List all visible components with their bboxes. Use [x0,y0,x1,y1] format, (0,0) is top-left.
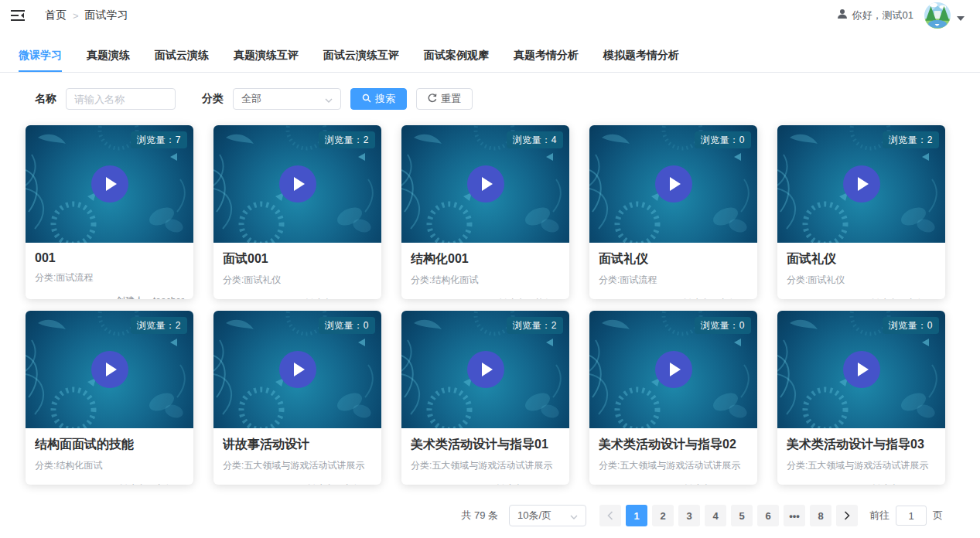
pager-page-5[interactable]: 5 [731,505,753,526]
tab-5[interactable]: 面试案例观摩 [424,42,489,72]
card-creator-name: 老师01 [155,483,184,485]
category-filter-label: 分类 [202,92,224,106]
pager-page-3[interactable]: 3 [678,505,700,526]
play-button[interactable] [467,165,504,203]
video-thumbnail[interactable]: 浏览量：2 [777,125,945,243]
course-card[interactable]: 浏览量：0 美术类活动设计与指导02 分类:五大领域与游戏活动试讲展示 创建人：… [589,311,757,485]
pager-prev-button[interactable] [599,505,621,526]
course-card[interactable]: 浏览量：2 美术类活动设计与指导01 分类:五大领域与游戏活动试讲展示 创建人：… [401,311,569,485]
play-button[interactable] [279,165,316,203]
play-button[interactable] [91,351,128,388]
card-creator: 创建人：老师01 [35,482,184,485]
pager-page-1[interactable]: 1 [626,505,647,526]
card-creator-name: 教师C [534,298,560,299]
card-category: 分类:面试礼仪 [787,274,936,287]
views-badge: 浏览量：0 [695,131,751,148]
video-thumbnail[interactable]: 浏览量：4 [401,125,569,243]
category-select[interactable]: 全部 [233,88,341,110]
course-card[interactable]: 浏览量：2 面试001 分类:面试礼仪 创建人：teacher [213,125,381,299]
breadcrumb-home[interactable]: 首页 [45,9,67,22]
search-button[interactable]: 搜索 [350,88,407,110]
pager-page-4[interactable]: 4 [705,505,726,526]
caret-down-icon[interactable] [957,16,965,21]
play-icon [670,363,681,376]
card-creator-label: 创建人： [306,483,343,485]
video-thumbnail[interactable]: 浏览量：2 [401,311,569,428]
page-size-value: 10条/页 [517,509,551,523]
category-select-value: 全部 [241,92,261,106]
views-badge-label: 浏览量： [325,134,364,145]
course-card[interactable]: 浏览量：0 美术类活动设计与指导03 分类:五大领域与游戏活动试讲展示 创建人：… [777,311,945,485]
views-badge-count: 2 [927,134,933,145]
tab-4[interactable]: 面试云演练互评 [323,42,399,72]
reset-button[interactable]: 重置 [416,88,473,110]
avatar[interactable] [924,2,951,29]
pager-page-8[interactable]: 8 [810,505,831,526]
tab-1[interactable]: 真题演练 [87,42,130,72]
goto-unit: 页 [933,509,943,523]
play-icon [858,363,869,376]
user-greeting: 你好，测试01 [852,9,913,22]
chevron-down-icon [570,510,578,522]
course-card[interactable]: 浏览量：2 面试礼仪 分类:面试礼仪 创建人：老师01 [777,125,945,299]
views-badge-count: 2 [364,134,369,145]
card-creator-name: 老师01 [343,483,372,485]
play-button[interactable] [91,165,128,203]
views-badge: 浏览量：4 [507,131,563,148]
play-icon [106,363,117,376]
name-search-input[interactable] [66,88,176,110]
page-size-select[interactable]: 10条/页 [509,505,586,526]
play-button[interactable] [467,351,504,388]
views-badge: 浏览量：2 [507,317,563,334]
course-card[interactable]: 浏览量：7 001 分类:面试流程 创建人：teacher [26,125,193,299]
card-creator: 创建人：teacher [35,295,184,299]
card-creator-name: teacher [153,295,184,299]
tab-3[interactable]: 真题演练互评 [234,42,299,72]
card-title: 讲故事活动设计 [223,437,372,453]
views-badge-label: 浏览量： [701,134,739,145]
play-button[interactable] [655,165,692,203]
pager-page-6[interactable]: 6 [757,505,779,526]
play-button[interactable] [279,351,316,388]
pager-next-button[interactable] [836,505,858,526]
card-creator: 创建人：管理员 [411,482,560,485]
pager-more-icon[interactable]: ••• [784,505,805,526]
video-thumbnail[interactable]: 浏览量：0 [213,311,381,428]
tab-2[interactable]: 面试云演练 [155,42,209,72]
course-card[interactable]: 浏览量：2 结构面面试的技能 分类:结构化面试 创建人：老师01 [26,311,193,485]
goto-page-input[interactable] [896,506,927,526]
card-title: 美术类活动设计与指导03 [787,437,936,453]
card-creator: 创建人：管理员 [787,482,936,485]
course-card[interactable]: 浏览量：0 面试礼仪 分类:面试流程 创建人：老师01 [589,125,757,299]
video-thumbnail[interactable]: 浏览量：2 [26,311,193,428]
play-button[interactable] [843,351,880,388]
card-creator: 创建人：管理员 [599,482,748,485]
card-info: 001 分类:面试流程 创建人：teacher [26,243,193,299]
card-creator-label: 创建人： [683,483,720,485]
filter-row: 名称 分类 全部 搜索 重置 [35,88,980,110]
views-badge: 浏览量：0 [695,317,751,334]
video-thumbnail[interactable]: 浏览量：2 [213,125,381,243]
card-creator-label: 创建人： [304,298,341,299]
tab-7[interactable]: 模拟题考情分析 [603,42,679,72]
card-category: 分类:面试流程 [35,271,184,284]
tab-0[interactable]: 微课学习 [19,42,62,72]
card-category: 分类:五大领域与游戏活动试讲展示 [599,459,748,472]
video-thumbnail[interactable]: 浏览量：7 [26,125,193,243]
course-card[interactable]: 浏览量：0 讲故事活动设计 分类:五大领域与游戏活动试讲展示 创建人：老师01 [213,311,381,485]
play-button[interactable] [843,165,880,203]
pager-page-2[interactable]: 2 [652,505,674,526]
views-badge-label: 浏览量： [889,320,927,331]
course-card[interactable]: 浏览量：4 结构化001 分类:结构化面试 创建人：教师C [401,125,569,299]
collapse-menu-icon[interactable] [11,9,25,22]
tab-6[interactable]: 真题考情分析 [514,42,579,72]
play-button[interactable] [655,351,692,388]
video-thumbnail[interactable]: 浏览量：0 [589,125,757,243]
breadcrumb: 首页 > 面试学习 [45,9,128,22]
video-thumbnail[interactable]: 浏览量：0 [777,311,945,428]
card-category: 分类:五大领域与游戏活动试讲展示 [223,459,372,472]
video-thumbnail[interactable]: 浏览量：0 [589,311,757,428]
card-creator-name: 老师01 [719,298,748,299]
views-badge-label: 浏览量： [137,134,176,145]
views-badge: 浏览量：2 [319,131,375,148]
